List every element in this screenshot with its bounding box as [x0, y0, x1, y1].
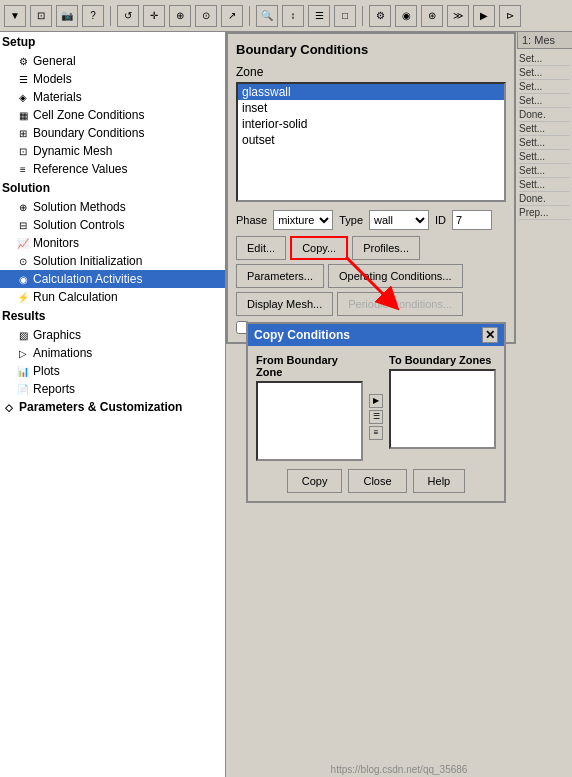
bc-zone-item-interior-solid[interactable]: interior-solid — [238, 116, 504, 132]
toolbar-btn-1[interactable]: ▼ — [4, 5, 26, 27]
mesh-label: 1: Mes — [517, 32, 572, 49]
plots-label: Plots — [33, 364, 60, 378]
sidebar-section-results: Results — [0, 306, 225, 326]
bc-buttons-row2: Parameters... Operating Conditions... — [236, 264, 506, 288]
sidebar-item-plots[interactable]: 📊 Plots — [0, 362, 225, 380]
copy-dialog-close-btn[interactable]: Close — [348, 469, 406, 493]
toolbar-sep-3 — [362, 6, 363, 26]
bc-buttons-row1: Edit... Copy... Profiles... — [236, 236, 506, 260]
toolbar-btn-6[interactable]: ✛ — [143, 5, 165, 27]
solution-init-icon: ⊙ — [16, 254, 30, 268]
status-item-1: Set... — [519, 52, 570, 66]
sidebar-item-animations[interactable]: ▷ Animations — [0, 344, 225, 362]
toolbar-btn-11[interactable]: ↕ — [282, 5, 304, 27]
copy-dialog: Copy Conditions ✕ From Boundary Zone ▶ ☰… — [246, 322, 506, 503]
run-calc-icon: ⚡ — [16, 290, 30, 304]
bc-profiles-button[interactable]: Profiles... — [352, 236, 420, 260]
bc-copy-button[interactable]: Copy... — [290, 236, 348, 260]
calc-activities-label: Calculation Activities — [33, 272, 142, 286]
general-label: General — [33, 54, 76, 68]
bc-id-label: ID — [435, 214, 446, 226]
sidebar-item-dynamic-mesh[interactable]: ⊡ Dynamic Mesh — [0, 142, 225, 160]
copy-dialog-buttons: Copy Close Help — [256, 469, 496, 493]
sidebar-item-solution-controls[interactable]: ⊟ Solution Controls — [0, 216, 225, 234]
solution-init-label: Solution Initialization — [33, 254, 142, 268]
bc-display-mesh-button[interactable]: Display Mesh... — [236, 292, 333, 316]
toolbar-btn-8[interactable]: ⊙ — [195, 5, 217, 27]
toolbar-btn-19[interactable]: ⊳ — [499, 5, 521, 27]
sidebar-item-solution-methods[interactable]: ⊕ Solution Methods — [0, 198, 225, 216]
toolbar: ▼ ⊡ 📷 ? ↺ ✛ ⊕ ⊙ ↗ 🔍 ↕ ☰ □ ⚙ ◉ ⊛ ≫ ▶ ⊳ — [0, 0, 572, 32]
main-layout: Setup ⚙ General ☰ Models ◈ Materials ▦ C… — [0, 32, 572, 777]
graphics-label: Graphics — [33, 328, 81, 342]
toolbar-btn-5[interactable]: ↺ — [117, 5, 139, 27]
toolbar-btn-12[interactable]: ☰ — [308, 5, 330, 27]
sidebar-item-run-calc[interactable]: ⚡ Run Calculation — [0, 288, 225, 306]
bc-periodic-button[interactable]: Periodic Conditions... — [337, 292, 463, 316]
sidebar-item-models[interactable]: ☰ Models — [0, 70, 225, 88]
toolbar-btn-15[interactable]: ◉ — [395, 5, 417, 27]
sidebar-item-monitors[interactable]: 📈 Monitors — [0, 234, 225, 252]
toolbar-btn-18[interactable]: ▶ — [473, 5, 495, 27]
sidebar-item-reports[interactable]: 📄 Reports — [0, 380, 225, 398]
toolbar-btn-16[interactable]: ⊛ — [421, 5, 443, 27]
reference-values-icon: ≡ — [16, 162, 30, 176]
calc-activities-icon: ◉ — [16, 272, 30, 286]
solution-controls-label: Solution Controls — [33, 218, 124, 232]
copy-zone-icon-3[interactable]: ≡ — [369, 426, 383, 440]
bc-phase-select[interactable]: mixture — [273, 210, 333, 230]
sidebar-item-cell-zone[interactable]: ▦ Cell Zone Conditions — [0, 106, 225, 124]
copy-from-listbox[interactable] — [256, 381, 363, 461]
sidebar-item-reference-values[interactable]: ≡ Reference Values — [0, 160, 225, 178]
sidebar-item-calc-activities[interactable]: ◉ Calculation Activities — [0, 270, 225, 288]
sidebar-item-boundary-conditions[interactable]: ⊞ Boundary Conditions — [0, 124, 225, 142]
copy-dialog-close-button[interactable]: ✕ — [482, 327, 498, 343]
bc-parameters-button[interactable]: Parameters... — [236, 264, 324, 288]
sidebar-item-graphics[interactable]: ▨ Graphics — [0, 326, 225, 344]
solution-methods-icon: ⊕ — [16, 200, 30, 214]
copy-to-col: To Boundary Zones — [389, 354, 496, 461]
sidebar-item-general[interactable]: ⚙ General — [0, 52, 225, 70]
animations-label: Animations — [33, 346, 92, 360]
copy-zone-icon-1[interactable]: ▶ — [369, 394, 383, 408]
toolbar-btn-13[interactable]: □ — [334, 5, 356, 27]
watermark: https://blog.csdn.net/qq_35686 — [331, 764, 468, 775]
copy-dialog-copy-button[interactable]: Copy — [287, 469, 343, 493]
toolbar-btn-4[interactable]: ? — [82, 5, 104, 27]
bc-zone-item-inset[interactable]: inset — [238, 100, 504, 116]
status-item-10: Sett... — [519, 178, 570, 192]
general-icon: ⚙ — [16, 54, 30, 68]
bc-phase-label: Phase — [236, 214, 267, 226]
sidebar-item-materials[interactable]: ◈ Materials — [0, 88, 225, 106]
toolbar-btn-10[interactable]: 🔍 — [256, 5, 278, 27]
bc-zone-listbox[interactable]: glasswall inset interior-solid outset — [236, 82, 506, 202]
sidebar-item-params-customization[interactable]: ◇ Parameters & Customization — [0, 398, 225, 416]
bc-id-input[interactable]: 7 — [452, 210, 492, 230]
toolbar-btn-3[interactable]: 📷 — [56, 5, 78, 27]
cell-zone-label: Cell Zone Conditions — [33, 108, 144, 122]
toolbar-sep-1 — [110, 6, 111, 26]
bc-zone-item-glasswall[interactable]: glasswall — [238, 84, 504, 100]
sidebar: Setup ⚙ General ☰ Models ◈ Materials ▦ C… — [0, 32, 226, 777]
toolbar-btn-9[interactable]: ↗ — [221, 5, 243, 27]
solution-controls-icon: ⊟ — [16, 218, 30, 232]
sidebar-section-solution: Solution — [0, 178, 225, 198]
graphics-icon: ▨ — [16, 328, 30, 342]
toolbar-btn-7[interactable]: ⊕ — [169, 5, 191, 27]
toolbar-btn-2[interactable]: ⊡ — [30, 5, 52, 27]
bc-type-select[interactable]: wall — [369, 210, 429, 230]
boundary-conditions-icon: ⊞ — [16, 126, 30, 140]
cell-zone-icon: ▦ — [16, 108, 30, 122]
copy-zone-icon-2[interactable]: ☰ — [369, 410, 383, 424]
copy-dialog-help-button[interactable]: Help — [413, 469, 466, 493]
toolbar-btn-17[interactable]: ≫ — [447, 5, 469, 27]
bc-operating-button[interactable]: Operating Conditions... — [328, 264, 463, 288]
sidebar-item-solution-init[interactable]: ⊙ Solution Initialization — [0, 252, 225, 270]
bc-edit-button[interactable]: Edit... — [236, 236, 286, 260]
status-item-8: Sett... — [519, 150, 570, 164]
copy-to-listbox[interactable] — [389, 369, 496, 449]
results-label: Results — [2, 309, 45, 323]
bc-zone-item-outset[interactable]: outset — [238, 132, 504, 148]
toolbar-btn-14[interactable]: ⚙ — [369, 5, 391, 27]
status-item-4: Set... — [519, 94, 570, 108]
